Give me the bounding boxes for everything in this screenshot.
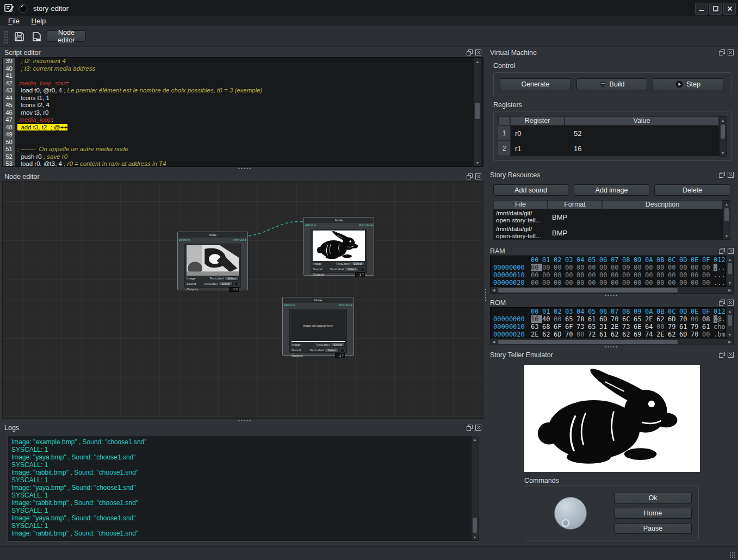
close-panel-icon[interactable]: [728, 172, 734, 178]
new-file-button[interactable]: [29, 30, 44, 43]
node-canvas[interactable]: Node Port In Port Out ImageTe: [2, 181, 483, 419]
close-button[interactable]: [723, 3, 736, 15]
select-image-button[interactable]: Select: [225, 276, 239, 281]
registers-table[interactable]: Register Value 1r0522r116: [498, 116, 719, 157]
register-row[interactable]: 1r052: [498, 126, 719, 141]
play-sound-button[interactable]: [340, 348, 345, 353]
format-column-header[interactable]: Format: [548, 200, 602, 209]
close-panel-icon[interactable]: [475, 173, 481, 179]
float-panel-icon[interactable]: [719, 49, 725, 55]
resources-table[interactable]: File Format Description /mnt/data/git/ o…: [493, 200, 723, 240]
script-editor-vscrollbar[interactable]: ▲ ▼: [474, 58, 481, 166]
panel-title: Node editor: [4, 173, 40, 181]
add-image-button[interactable]: Add image: [574, 184, 649, 196]
ram-hex-view[interactable]: 000102030405060708090A0B0C0D0E0F01234567…: [490, 256, 726, 287]
registers-vscrollbar[interactable]: ▲ ▼: [719, 116, 727, 157]
save-button[interactable]: [12, 30, 26, 43]
resource-row[interactable]: /mnt/data/git/ open-story-tell…BMP: [493, 209, 723, 225]
file-column-header[interactable]: File: [493, 200, 548, 209]
media-node-2[interactable]: Node Port In Port Out ImageTextLabelSele…: [303, 217, 374, 276]
port-dot[interactable]: [179, 239, 181, 241]
script-editor[interactable]: 39 ; t2: increment 440 ; t3: current med…: [2, 57, 483, 167]
port-out[interactable]: Port Out: [233, 238, 246, 241]
step-button[interactable]: Step: [653, 78, 723, 90]
port-in[interactable]: Port In: [305, 223, 316, 227]
port-dot[interactable]: [284, 304, 286, 306]
delete-resource-button[interactable]: Delete: [654, 184, 730, 196]
port-dot[interactable]: [351, 304, 352, 306]
register-row[interactable]: 2r116: [498, 141, 719, 156]
ok-button[interactable]: Ok: [614, 493, 692, 503]
hex-row[interactable]: 0000000000000000000000000000000000000000…: [493, 264, 725, 271]
float-panel-icon[interactable]: [719, 248, 725, 254]
select-sound-button[interactable]: Select: [219, 282, 233, 286]
float-panel-icon[interactable]: [467, 173, 473, 179]
port-in[interactable]: Port In: [179, 238, 190, 241]
float-panel-icon[interactable]: [719, 300, 725, 306]
splitter-handle[interactable]: [604, 294, 618, 296]
port-dot[interactable]: [305, 225, 307, 226]
titlebar[interactable]: story-editor: [0, 0, 738, 16]
media-node-1[interactable]: Node Port In Port Out ImageTe: [177, 232, 248, 290]
play-sound-button[interactable]: [234, 282, 239, 287]
pause-button[interactable]: Pause: [614, 523, 692, 534]
hex-row[interactable]: 0000001000000000000000000000000000000000…: [493, 271, 725, 279]
ram-hscrollbar[interactable]: ◀ ▶: [490, 287, 734, 294]
play-sound-button[interactable]: [360, 267, 365, 272]
select-image-button[interactable]: Select: [351, 262, 365, 266]
resource-row[interactable]: /mnt/data/git/ open-story-tell…BMP: [493, 225, 723, 240]
ram-vscrollbar[interactable]: ▲ ▼: [726, 256, 734, 287]
rom-hscrollbar[interactable]: ◀ ▶: [490, 338, 734, 345]
add-sound-button[interactable]: Add sound: [493, 184, 568, 196]
rom-vscrollbar[interactable]: ▲ ▼: [726, 307, 734, 338]
splitter-handle[interactable]: [238, 420, 252, 422]
home-button[interactable]: Home: [614, 508, 692, 519]
node-editor-toolbar-button[interactable]: Node editor: [47, 30, 86, 42]
hex-row[interactable]: 0000002000000000000000000000000000000000…: [493, 279, 725, 287]
description-column-header[interactable]: Description: [602, 200, 723, 209]
hex-row[interactable]: 0000001063686F6F7365312E736E640079617961…: [493, 323, 725, 331]
resize-grip[interactable]: [729, 552, 736, 558]
close-panel-icon[interactable]: [475, 425, 481, 431]
float-panel-icon[interactable]: [467, 49, 473, 55]
float-panel-icon[interactable]: [719, 352, 725, 358]
maximize-button[interactable]: [709, 3, 722, 15]
outputs-spinbox[interactable]: 1▲▼: [355, 272, 365, 277]
select-image-button[interactable]: Select: [331, 343, 345, 347]
close-panel-icon[interactable]: [728, 248, 734, 254]
generate-button[interactable]: Generate: [500, 78, 571, 90]
outputs-spinbox[interactable]: 1▲▼: [335, 353, 345, 358]
build-button[interactable]: Build: [576, 78, 647, 90]
outputs-spinbox[interactable]: 1▲▼: [229, 287, 239, 292]
splitter-handle[interactable]: [604, 346, 618, 348]
menu-help[interactable]: Help: [27, 16, 51, 26]
float-panel-icon[interactable]: [719, 172, 725, 178]
port-out[interactable]: Port Out: [339, 303, 352, 307]
minimize-button[interactable]: [695, 3, 708, 15]
close-panel-icon[interactable]: [475, 49, 481, 55]
rom-hex-view[interactable]: 000102030405060708090A0B0C0D0E0F01234567…: [490, 307, 726, 338]
close-panel-icon[interactable]: [728, 352, 734, 358]
port-dot[interactable]: [245, 239, 246, 241]
close-panel-icon[interactable]: [728, 300, 734, 306]
port-out[interactable]: Port Out: [359, 223, 373, 227]
column-splitter-handle[interactable]: [485, 288, 487, 302]
logs-vscrollbar[interactable]: ▲ ▼: [471, 435, 479, 541]
close-panel-icon[interactable]: [728, 49, 734, 55]
menu-file[interactable]: File: [3, 16, 24, 26]
logs-output[interactable]: Image: "example.bmp" , Sound: "choose1.s…: [8, 435, 479, 542]
hex-row[interactable]: 000000001640006578616D706C652E626D700008…: [493, 315, 725, 323]
toolbar-drag-handle[interactable]: [4, 30, 8, 43]
hex-row[interactable]: 000000202E626D70007261626269742E626D7000…: [493, 331, 725, 338]
media-node-3[interactable]: Node Port In Port Out Image will appear …: [282, 297, 354, 356]
resources-vscrollbar[interactable]: ▲ ▼: [723, 200, 730, 240]
splitter-handle[interactable]: [238, 167, 252, 170]
select-sound-button[interactable]: Select: [345, 267, 359, 271]
port-in[interactable]: Port In: [284, 303, 295, 307]
port-dot[interactable]: [371, 225, 373, 226]
register-column-header[interactable]: Register: [510, 116, 565, 126]
float-panel-icon[interactable]: [467, 425, 473, 431]
select-sound-button[interactable]: Select: [325, 348, 339, 352]
value-column-header[interactable]: Value: [565, 116, 719, 126]
wheel-knob[interactable]: [554, 497, 587, 530]
